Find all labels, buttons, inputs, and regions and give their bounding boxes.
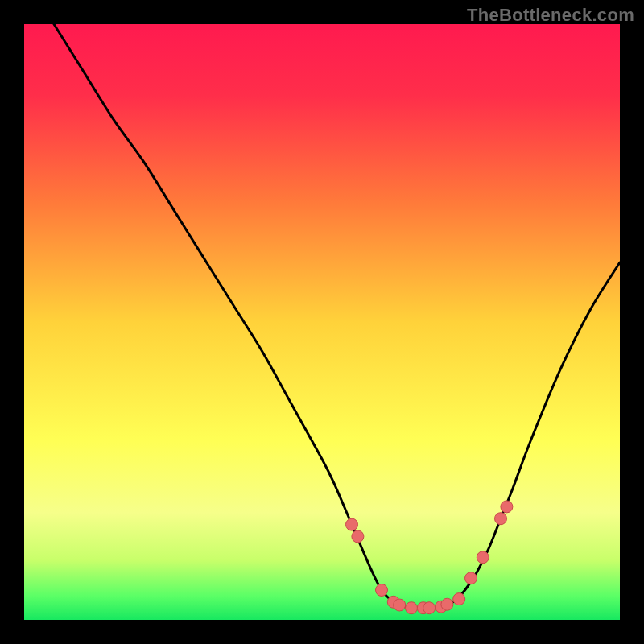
highlight-dot — [376, 584, 388, 597]
highlight-dot — [501, 501, 513, 513]
bottleneck-curve-path — [54, 24, 620, 609]
plot-area — [24, 24, 620, 620]
highlight-dot — [406, 602, 418, 614]
highlight-dot — [453, 593, 465, 605]
highlight-dot — [495, 513, 507, 525]
watermark-label: TheBottleneck.com — [467, 5, 634, 26]
highlight-dot — [346, 518, 358, 530]
highlight-dot — [477, 551, 489, 564]
bottleneck-curve-svg — [24, 24, 620, 620]
highlight-dot — [423, 602, 436, 614]
highlight-dot — [465, 572, 477, 584]
highlight-dot — [394, 599, 406, 611]
highlight-dot — [352, 530, 364, 543]
chart-frame: TheBottleneck.com — [0, 0, 644, 644]
highlight-dot — [441, 598, 453, 610]
